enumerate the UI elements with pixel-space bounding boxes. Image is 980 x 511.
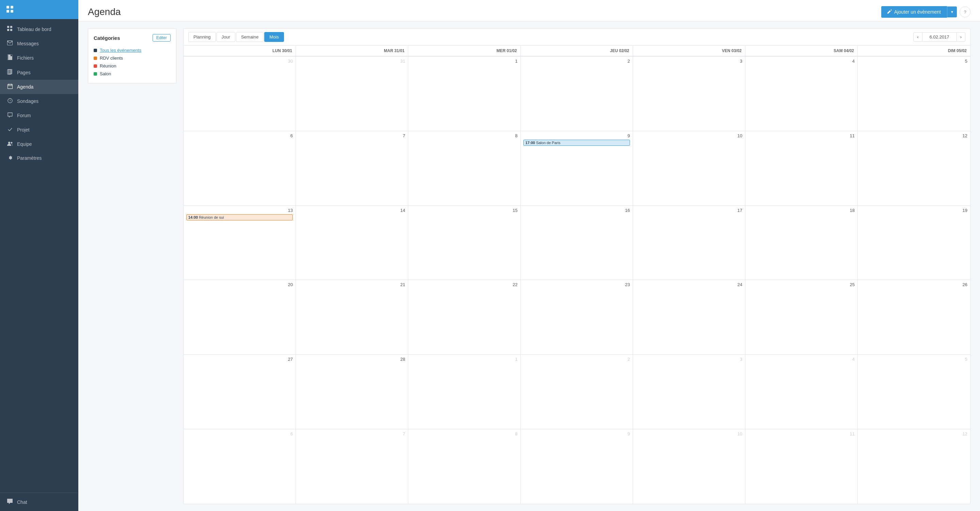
sidebar-item-sondages[interactable]: ? Sondages	[0, 94, 78, 108]
categories-header: Catégories Editer	[94, 34, 170, 41]
calendar-day-w5d2[interactable]: 8	[408, 429, 521, 504]
sidebar-item-label: Equipe	[17, 142, 32, 147]
tab-jour[interactable]: Jour	[216, 32, 235, 42]
poll-icon: ?	[7, 98, 13, 104]
calendar-day-w2d2[interactable]: 15	[408, 206, 521, 280]
calendar-day-w4d5[interactable]: 4	[745, 355, 858, 429]
calendar-day-w3d1[interactable]: 21	[296, 280, 408, 354]
calendar-day-w2d5[interactable]: 18	[745, 206, 858, 280]
day-number: 19	[861, 208, 967, 213]
day-number: 30	[186, 59, 293, 64]
calendar-day-w1d2[interactable]: 8	[408, 131, 521, 205]
svg-text:?: ?	[9, 99, 11, 102]
calendar-day-w1d3[interactable]: 917:00 Salon de Paris	[521, 131, 633, 205]
calendar-day-w4d6[interactable]: 5	[858, 355, 970, 429]
calendar-day-w2d3[interactable]: 16	[521, 206, 633, 280]
help-button[interactable]: ?	[959, 6, 970, 18]
day-number: 10	[636, 133, 742, 138]
category-item-salon[interactable]: Salon	[94, 70, 170, 78]
main-header: Agenda Ajouter un évènement ▾ ?	[78, 0, 980, 21]
sidebar-item-projet[interactable]: Projet	[0, 123, 78, 137]
calendar-week-4: 272812345	[183, 355, 970, 429]
sidebar-chat[interactable]: Chat	[0, 493, 78, 511]
calendar-day-w4d4[interactable]: 3	[633, 355, 745, 429]
event-badge-salon[interactable]: 17:00 Salon de Paris	[523, 140, 630, 146]
calendar-day-w5d4[interactable]: 10	[633, 429, 745, 504]
day-number: 20	[186, 282, 293, 287]
svg-rect-2	[6, 10, 9, 13]
calendar-day-w0d4[interactable]: 3	[633, 57, 745, 131]
calendar-day-w1d6[interactable]: 12	[858, 131, 970, 205]
sidebar-item-label: Messages	[17, 41, 39, 46]
sidebar-item-label: Forum	[17, 113, 31, 118]
svg-rect-12	[8, 69, 12, 74]
edit-categories-button[interactable]: Editer	[153, 34, 170, 41]
add-event-dropdown-button[interactable]: ▾	[947, 6, 957, 18]
category-item-rdv[interactable]: RDV clients	[94, 54, 170, 62]
event-label: Réunion de sui	[199, 215, 224, 220]
day-number: 4	[748, 357, 855, 362]
sidebar-item-fichiers[interactable]: Fichiers	[0, 51, 78, 65]
sidebar-item-equipe[interactable]: Equipe	[0, 137, 78, 151]
sidebar-item-pages[interactable]: Pages	[0, 65, 78, 80]
prev-button[interactable]: ‹	[913, 32, 922, 41]
calendar-day-w0d6[interactable]: 5	[858, 57, 970, 131]
calendar-toolbar: Planning Jour Semaine Mois ‹ 6.02.2017 ›	[183, 29, 970, 46]
category-item-reunion[interactable]: Réunion	[94, 62, 170, 70]
add-event-button[interactable]: Ajouter un évènement	[881, 6, 947, 18]
calendar-day-w0d0[interactable]: 30	[183, 57, 296, 131]
calendar-day-w1d5[interactable]: 11	[745, 131, 858, 205]
calendar-day-w4d3[interactable]: 2	[521, 355, 633, 429]
calendar-day-w1d4[interactable]: 10	[633, 131, 745, 205]
calendar-day-w3d3[interactable]: 23	[521, 280, 633, 354]
calendar-day-w4d2[interactable]: 1	[408, 355, 521, 429]
next-button[interactable]: ›	[956, 32, 966, 41]
calendar-day-w3d4[interactable]: 24	[633, 280, 745, 354]
calendar-day-w4d1[interactable]: 28	[296, 355, 408, 429]
calendar-day-w5d5[interactable]: 11	[745, 429, 858, 504]
calendar-day-w3d0[interactable]: 20	[183, 280, 296, 354]
calendar-day-w5d6[interactable]: 12	[858, 429, 970, 504]
calendar-day-w0d1[interactable]: 31	[296, 57, 408, 131]
calendar-day-w4d0[interactable]: 27	[183, 355, 296, 429]
category-item-all[interactable]: Tous les événements	[94, 46, 170, 54]
calendar-day-w1d0[interactable]: 6	[183, 131, 296, 205]
day-number: 28	[299, 357, 405, 362]
svg-point-21	[11, 142, 12, 144]
calendar-day-w3d6[interactable]: 26	[858, 280, 970, 354]
calendar-day-w5d0[interactable]: 6	[183, 429, 296, 504]
sidebar-item-tableau-de-bord[interactable]: Tableau de bord	[0, 22, 78, 37]
calendar-day-w3d5[interactable]: 25	[745, 280, 858, 354]
col-header-5: SAM 04/02	[745, 46, 858, 56]
calendar-day-w3d2[interactable]: 22	[408, 280, 521, 354]
sidebar-item-agenda[interactable]: Agenda	[0, 80, 78, 94]
calendar-day-w2d6[interactable]: 19	[858, 206, 970, 280]
calendar-day-w2d1[interactable]: 14	[296, 206, 408, 280]
calendar-day-w2d0[interactable]: 1314:00 Réunion de sui	[183, 206, 296, 280]
tab-mois[interactable]: Mois	[264, 32, 284, 42]
calendar-day-w5d3[interactable]: 9	[521, 429, 633, 504]
calendar-day-w0d5[interactable]: 4	[745, 57, 858, 131]
calendar-day-w0d2[interactable]: 1	[408, 57, 521, 131]
sidebar: Tableau de bord Messages Fichiers	[0, 0, 78, 511]
svg-rect-14	[8, 84, 12, 89]
calendar-day-w5d1[interactable]: 7	[296, 429, 408, 504]
sidebar-item-label: Pages	[17, 70, 31, 75]
tab-semaine[interactable]: Semaine	[236, 32, 264, 42]
calendar-day-w2d4[interactable]: 17	[633, 206, 745, 280]
file-icon	[7, 54, 13, 61]
sidebar-item-forum[interactable]: Forum	[0, 108, 78, 123]
sidebar-item-label: Sondages	[17, 99, 38, 104]
calendar-grid: LUN 30/01 MAR 31/01 MER 01/02 JEU 02/02 …	[183, 46, 970, 504]
add-event-label: Ajouter un évènement	[894, 9, 941, 14]
tab-planning[interactable]: Planning	[188, 32, 216, 42]
sidebar-item-messages[interactable]: Messages	[0, 37, 78, 51]
event-badge-reunion[interactable]: 14:00 Réunion de sui	[186, 214, 293, 220]
page-title: Agenda	[88, 6, 121, 18]
sidebar-item-parametres[interactable]: Paramètres	[0, 151, 78, 165]
calendar-day-w1d1[interactable]: 7	[296, 131, 408, 205]
col-header-0: LUN 30/01	[183, 46, 296, 56]
users-icon	[7, 141, 13, 147]
day-number: 11	[748, 133, 855, 138]
calendar-day-w0d3[interactable]: 2	[521, 57, 633, 131]
